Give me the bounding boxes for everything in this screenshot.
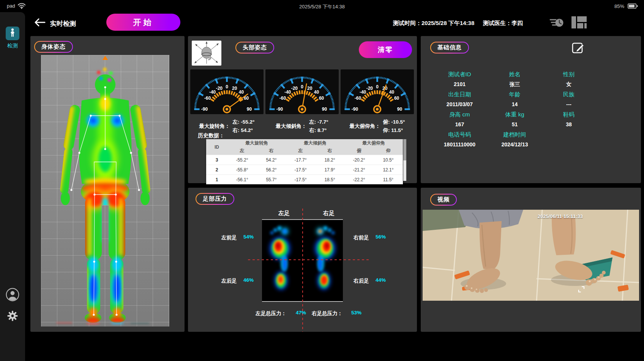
gauge-line2-value: 8.7°: [317, 127, 327, 133]
gauge-metric-label: 最大倾斜角：: [276, 123, 306, 130]
gauge-line2-value: 54.2°: [241, 127, 253, 133]
left-foot-label: 左足: [278, 210, 290, 217]
col-left2: 左: [286, 147, 315, 155]
info-field: 民族---: [542, 91, 595, 111]
back-arrow-icon[interactable]: [33, 17, 46, 29]
right-total-value: 53%: [351, 310, 361, 315]
col-down: 俯: [344, 147, 374, 155]
body-posture-panel: 身体姿态: [30, 36, 185, 332]
history-data-label: 历史数据：: [198, 132, 224, 139]
history-table: ID 最大旋转角 最大倾斜角 最大俯仰角 左 右 左 右 俯 仰 3 -55.2: [206, 139, 403, 184]
info-field: 鞋码38: [542, 111, 595, 131]
right-forefoot-label: 右前足: [354, 234, 369, 241]
gauge-svg: -90-60-40-20020406090: [265, 69, 339, 114]
left-total-value: 47%: [296, 310, 306, 315]
svg-text:0: 0: [301, 84, 303, 89]
foot-pressure-title: 足部压力: [196, 194, 234, 204]
svg-text:-60: -60: [279, 96, 286, 101]
body-thermal-image: [41, 55, 169, 326]
svg-text:40: 40: [239, 89, 244, 95]
page-title: 实时检测: [50, 19, 76, 28]
gauge-rotation: -90-60-40-20020406090 最大旋转角： 左: -55.2° 右…: [189, 69, 264, 134]
test-doctor: 测试医生：李四: [483, 20, 523, 27]
svg-text:0: 0: [376, 84, 379, 89]
video-badge: 视频: [430, 194, 457, 206]
right-foot-label: 右足: [323, 210, 335, 217]
sidebar-item-detect-label: 检测: [0, 42, 25, 49]
info-field: 建档时间2024/12/13: [487, 131, 542, 151]
table-scrollbar-thumb[interactable]: [403, 139, 406, 160]
right-rearfoot-value: 44%: [376, 277, 386, 283]
head-posture-title: 头部姿态: [236, 42, 273, 53]
gauge-line2-label: 仰:: [383, 127, 390, 133]
test-doctor-value: 李四: [511, 20, 523, 26]
gear-icon[interactable]: [7, 310, 18, 322]
info-field: 姓名张三: [487, 71, 542, 91]
info-field: 测试者ID2101: [432, 71, 487, 91]
svg-text:-40: -40: [284, 89, 291, 95]
video-title: 视频: [431, 195, 456, 205]
test-time-value: 2025/5/28 下午14:38: [421, 20, 474, 26]
info-grid: 测试者ID2101 姓名张三 性别女 出生日期2011/03/07 年龄14 民…: [432, 71, 595, 151]
basic-info-badge: 基础信息: [430, 42, 469, 53]
col-left1: 左: [227, 147, 257, 155]
table-row: 2 -55.8° 56.2° -17.5° 17.9° -21.2° 12.1°: [206, 165, 403, 175]
col-group-rotation: 最大旋转角: [227, 139, 286, 147]
profile-icon[interactable]: [6, 288, 19, 301]
svg-text:90: 90: [322, 107, 327, 112]
gauge-line1-value: -7.7°: [317, 119, 328, 125]
status-bar: pad 2025/5/28 下午14:38 85%: [0, 0, 644, 12]
fullscreen-expand-icon[interactable]: [578, 286, 585, 295]
gauge-line2-value: 11.5°: [391, 127, 403, 133]
foot-pressure-badge: 足部压力: [196, 193, 234, 205]
right-total-label: 右足总压力：: [312, 310, 343, 317]
app-screen: pad 2025/5/28 下午14:38 85% 检测: [0, 0, 644, 361]
svg-text:-90: -90: [352, 107, 358, 112]
sidebar-item-detect[interactable]: [6, 27, 19, 40]
left-forefoot-label: 左前足: [221, 234, 237, 241]
svg-text:60: 60: [394, 96, 399, 101]
table-scrollbar: [403, 139, 406, 181]
test-time: 测试时间：2025/5/28 下午14:38: [393, 20, 474, 27]
clear-button[interactable]: 清零: [359, 41, 412, 58]
svg-text:20: 20: [232, 86, 237, 91]
svg-text:40: 40: [314, 89, 319, 95]
layout-grid-icon[interactable]: [571, 16, 587, 31]
col-right1: 右: [257, 147, 286, 155]
gauge-line1-value: -10.5°: [391, 119, 405, 125]
history-records-icon[interactable]: [549, 16, 564, 31]
gauge-svg: -90-60-40-20020406090: [190, 69, 264, 114]
svg-text:0: 0: [226, 84, 228, 89]
svg-text:-60: -60: [355, 96, 361, 101]
svg-text:60: 60: [319, 96, 324, 101]
svg-text:90: 90: [247, 107, 252, 112]
basic-info-panel: 基础信息 测试者ID2101 姓名张三 性别女 出生日期2011/03/07 年…: [421, 36, 641, 183]
statusbar-datetime: 2025/5/28 下午14:38: [0, 3, 644, 10]
head-posture-panel: 头部姿态 清零 -90-60-40-20020406090 最大旋转角： 左: …: [188, 36, 417, 183]
gauge-tilt: -90-60-40-20020406090 最大倾斜角： 左: -7.7° 右:…: [265, 69, 339, 134]
person-icon: [8, 28, 17, 39]
video-timestamp: 2025/06/11 15:11:33: [538, 213, 583, 219]
video-panel: 视频: [421, 188, 641, 332]
head-axes-thumbnail: [192, 41, 221, 66]
gauge-line2-label: 右:: [309, 127, 316, 133]
edit-icon[interactable]: [572, 41, 585, 56]
start-button[interactable]: 开始: [106, 14, 180, 31]
col-right2: 右: [315, 147, 344, 155]
svg-text:-20: -20: [366, 86, 373, 91]
left-total-label: 左足总压力：: [256, 310, 286, 317]
right-rearfoot-label: 右后足: [354, 278, 369, 284]
col-group-pitch: 最大俯仰角: [344, 139, 403, 147]
test-doctor-label: 测试医生：: [483, 20, 511, 26]
info-field: 性别女: [542, 71, 595, 91]
col-group-tilt: 最大倾斜角: [286, 139, 344, 147]
svg-text:-60: -60: [204, 96, 211, 101]
table-row: 3 -55.2° 54.2° -17.7° 18.2° -20.2° 10.5°: [206, 155, 403, 165]
gauge-line2-label: 右:: [233, 127, 240, 133]
gauge-metric-label: 最大旋转角：: [199, 123, 230, 130]
basic-info-title: 基础信息: [431, 42, 468, 53]
body-posture-badge: 身体姿态: [34, 41, 73, 53]
info-field: 体重 kg51: [487, 111, 542, 131]
svg-text:-90: -90: [201, 107, 208, 112]
right-forefoot-value: 56%: [376, 234, 386, 240]
